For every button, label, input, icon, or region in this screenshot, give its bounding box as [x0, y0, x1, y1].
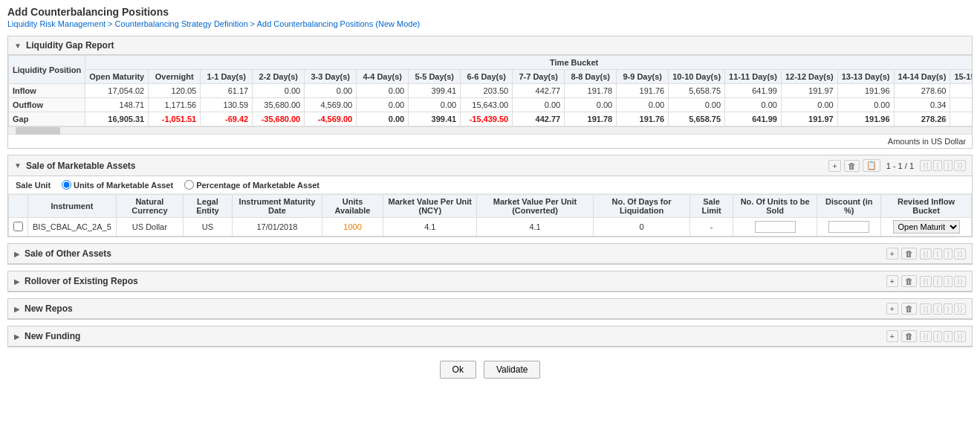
currency-cell: US Dollar [116, 218, 183, 237]
funding-nav-last[interactable]: ⟩⟩ [954, 331, 966, 342]
chevron-down-icon: ▼ [14, 42, 22, 50]
radio-units[interactable]: Units of Marketable Asset [62, 180, 173, 190]
delete-repos-button[interactable]: 🗑 [901, 303, 917, 315]
col-units-sell: No. Of Units to be Sold [733, 195, 817, 218]
add-rollover-button[interactable]: + [886, 275, 898, 287]
nav-first[interactable]: ⟨⟨ [920, 160, 932, 171]
nav-next[interactable]: ⟩ [944, 160, 953, 171]
radio-percentage-input[interactable] [184, 180, 194, 190]
col-nat-currency: Natural Currency [116, 195, 183, 218]
rollover-nav-last[interactable]: ⟩⟩ [954, 276, 966, 287]
rollover-nav-next[interactable]: ⟩ [944, 276, 953, 287]
other-nav-last[interactable]: ⟩⟩ [954, 248, 966, 260]
new-funding-actions: + 🗑 ⟨⟨ ⟨ ⟩ ⟩⟩ [886, 330, 966, 342]
gap-cell: 399.41 [409, 112, 461, 126]
funding-nav-prev[interactable]: ⟨ [933, 331, 942, 342]
gap-cell: 0.00 [513, 98, 565, 112]
add-row-button[interactable]: + [828, 160, 840, 172]
other-nav-next[interactable]: ⟩ [944, 248, 953, 260]
time-bucket-col: 8-8 Day(s) [565, 70, 617, 84]
gap-cell: 0.00 [725, 98, 782, 112]
sale-marketable-header[interactable]: ▼ Sale of Marketable Assets + 🗑 📋 1 - 1 … [8, 155, 972, 176]
gap-table-body: Inflow17,054.02120.0561.170.000.000.0039… [9, 84, 973, 126]
gap-row: Outflow148.711,171.56130.5935,680.004,56… [9, 98, 973, 112]
delete-funding-button[interactable]: 🗑 [901, 330, 917, 342]
revised-inflow-select[interactable]: Open Maturit [893, 220, 960, 234]
scrollbar-thumb[interactable] [16, 127, 60, 135]
nav-last[interactable]: ⟩⟩ [954, 160, 966, 171]
other-nav-first[interactable]: ⟨⟨ [920, 248, 932, 260]
sale-other-actions: + 🗑 ⟨⟨ ⟨ ⟩ ⟩⟩ [886, 248, 966, 260]
funding-nav-first[interactable]: ⟨⟨ [920, 331, 932, 342]
repos-nav-first[interactable]: ⟨⟨ [920, 303, 932, 315]
breadcrumb: Liquidity Risk Management > Counterbalan… [7, 19, 973, 28]
gap-cell: 5,658.75 [669, 112, 725, 126]
gap-cell: 191.78 [565, 112, 617, 126]
amounts-label: Amounts in US Dollar [8, 134, 972, 148]
radio-percentage[interactable]: Percentage of Marketable Asset [184, 180, 319, 190]
gap-cell: -1,051.51 [149, 112, 201, 126]
time-bucket-header: Time Bucket [85, 56, 972, 70]
delete-row-button[interactable]: 🗑 [844, 160, 860, 172]
rollover-section: ▶ Rollover of Existing Repos + 🗑 ⟨⟨ ⟨ ⟩ … [7, 271, 973, 292]
rollover-header[interactable]: ▶ Rollover of Existing Repos + 🗑 ⟨⟨ ⟨ ⟩ … [8, 271, 972, 292]
add-other-button[interactable]: + [886, 248, 898, 260]
time-bucket-col: 3-3 Day(s) [305, 70, 357, 84]
horizontal-scrollbar[interactable] [8, 126, 972, 134]
time-bucket-col: 4-4 Day(s) [357, 70, 409, 84]
row-checkbox[interactable] [13, 222, 23, 231]
units-sell-input[interactable] [755, 221, 796, 233]
new-funding-header[interactable]: ▶ New Funding + 🗑 ⟨⟨ ⟨ ⟩ ⟩⟩ [8, 326, 972, 347]
assets-table-header-row: Instrument Natural Currency Legal Entity… [9, 195, 972, 218]
discount-cell[interactable] [817, 218, 881, 237]
gap-cell: 0.34 [894, 98, 950, 112]
rollover-nav-prev[interactable]: ⟨ [933, 276, 942, 287]
gap-cell: 278.26 [894, 112, 950, 126]
discount-input[interactable] [828, 221, 869, 233]
liquidity-gap-header[interactable]: ▼ Liquidity Gap Report [8, 36, 972, 55]
other-nav-prev[interactable]: ⟨ [933, 248, 942, 260]
add-funding-button[interactable]: + [886, 330, 898, 342]
table-row: BIS_CBAL_AC_2A_5 US Dollar US 17/01/2018… [9, 218, 972, 237]
other-nav-arrows: ⟨⟨ ⟨ ⟩ ⟩⟩ [920, 248, 966, 260]
chevron-right-icon-other: ▶ [14, 250, 20, 258]
liquidity-gap-title: Liquidity Gap Report [26, 40, 966, 51]
gap-cell: 191.76 [617, 84, 669, 98]
gap-cell: 0.00 [837, 98, 894, 112]
row-checkbox-cell[interactable] [9, 218, 28, 237]
radio-units-input[interactable] [62, 180, 71, 190]
gap-cell: 191.76 [617, 112, 669, 126]
revised-inflow-cell[interactable]: Open Maturit [881, 218, 972, 237]
nav-prev[interactable]: ⟨ [933, 160, 942, 171]
units-sell-cell[interactable] [733, 218, 817, 237]
copy-button[interactable]: 📋 [863, 159, 880, 172]
repos-nav-next[interactable]: ⟩ [944, 303, 953, 315]
add-repos-button[interactable]: + [886, 303, 898, 315]
repos-nav-last[interactable]: ⟩⟩ [954, 303, 966, 315]
delete-rollover-button[interactable]: 🗑 [901, 275, 917, 287]
sale-other-section: ▶ Sale of Other Assets + 🗑 ⟨⟨ ⟨ ⟩ ⟩⟩ [7, 243, 973, 265]
gap-cell: 399.41 [409, 84, 461, 98]
gap-cell: 0.00 [305, 84, 357, 98]
gap-cell: 427.93 [950, 112, 972, 126]
validate-button[interactable]: Validate [484, 361, 540, 379]
rollover-nav-first[interactable]: ⟨⟨ [920, 276, 932, 287]
gap-cell: 17,054.02 [85, 84, 149, 98]
page-title: Add Counterbalancing Positions [7, 6, 973, 18]
gap-cell: 0.00 [357, 98, 409, 112]
ok-button[interactable]: Ok [440, 361, 476, 379]
liquidity-gap-scroll[interactable]: Liquidity Position Time Bucket Open Matu… [8, 55, 972, 126]
delete-other-button[interactable]: 🗑 [901, 248, 917, 260]
sale-other-header[interactable]: ▶ Sale of Other Assets + 🗑 ⟨⟨ ⟨ ⟩ ⟩⟩ [8, 244, 972, 264]
new-repos-header[interactable]: ▶ New Repos + 🗑 ⟨⟨ ⟨ ⟩ ⟩⟩ [8, 299, 972, 319]
gap-cell: 191.78 [565, 84, 617, 98]
gap-cell: 4,569.00 [305, 98, 357, 112]
mv-ncy-cell: 4.1 [383, 218, 477, 237]
repos-nav-prev[interactable]: ⟨ [933, 303, 942, 315]
gap-cell: 191.97 [781, 112, 837, 126]
col-sale-limit: Sale Limit [690, 195, 733, 218]
funding-nav-next[interactable]: ⟩ [944, 331, 953, 342]
time-bucket-col: Open Maturity [85, 70, 149, 84]
new-repos-actions: + 🗑 ⟨⟨ ⟨ ⟩ ⟩⟩ [886, 303, 966, 315]
col-days-liq: No. Of Days for Liquidation [593, 195, 690, 218]
